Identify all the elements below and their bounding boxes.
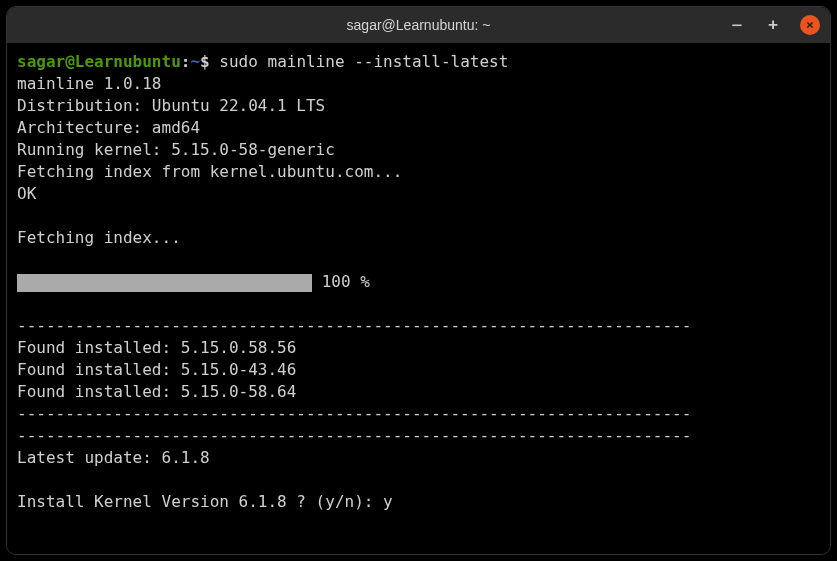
prompt-separator: : xyxy=(181,52,191,71)
output-blank xyxy=(17,249,820,271)
output-blank xyxy=(17,205,820,227)
titlebar: sagar@Learnubuntu: ~ − + × xyxy=(7,7,830,43)
separator-line: ----------------------------------------… xyxy=(17,315,820,337)
window-title: sagar@Learnubuntu: ~ xyxy=(347,17,491,33)
output-line: OK xyxy=(17,183,820,205)
separator-line: ----------------------------------------… xyxy=(17,403,820,425)
separator-line: ----------------------------------------… xyxy=(17,425,820,447)
command-text: sudo mainline --install-latest xyxy=(219,52,508,71)
prompt-user-host: sagar@Learnubuntu xyxy=(17,52,181,71)
close-button[interactable]: × xyxy=(800,15,820,35)
output-line: Found installed: 5.15.0-43.46 xyxy=(17,359,820,381)
prompt-symbol: $ xyxy=(200,52,210,71)
output-line: Fetching index from kernel.ubuntu.com... xyxy=(17,161,820,183)
output-line: Running kernel: 5.15.0-58-generic xyxy=(17,139,820,161)
window-controls: − + × xyxy=(728,15,820,35)
output-blank xyxy=(17,469,820,491)
output-line: Found installed: 5.15.0.58.56 xyxy=(17,337,820,359)
progress-bar xyxy=(17,274,312,292)
output-line: mainline 1.0.18 xyxy=(17,73,820,95)
terminal-window: sagar@Learnubuntu: ~ − + × sagar@Learnub… xyxy=(6,6,831,555)
maximize-button[interactable]: + xyxy=(764,16,782,34)
output-line: Distribution: Ubuntu 22.04.1 LTS xyxy=(17,95,820,117)
prompt-path: ~ xyxy=(190,52,200,71)
prompt-line: sagar@Learnubuntu:~$ sudo mainline --ins… xyxy=(17,51,820,73)
output-blank xyxy=(17,293,820,315)
minimize-button[interactable]: − xyxy=(728,16,746,34)
output-line: Install Kernel Version 6.1.8 ? (y/n): y xyxy=(17,491,820,513)
terminal-body[interactable]: sagar@Learnubuntu:~$ sudo mainline --ins… xyxy=(7,43,830,554)
output-line: Found installed: 5.15.0-58.64 xyxy=(17,381,820,403)
progress-percent: 100 % xyxy=(312,272,370,291)
output-line: Fetching index... xyxy=(17,227,820,249)
output-line: Latest update: 6.1.8 xyxy=(17,447,820,469)
progress-line: 100 % xyxy=(17,271,820,293)
output-line: Architecture: amd64 xyxy=(17,117,820,139)
